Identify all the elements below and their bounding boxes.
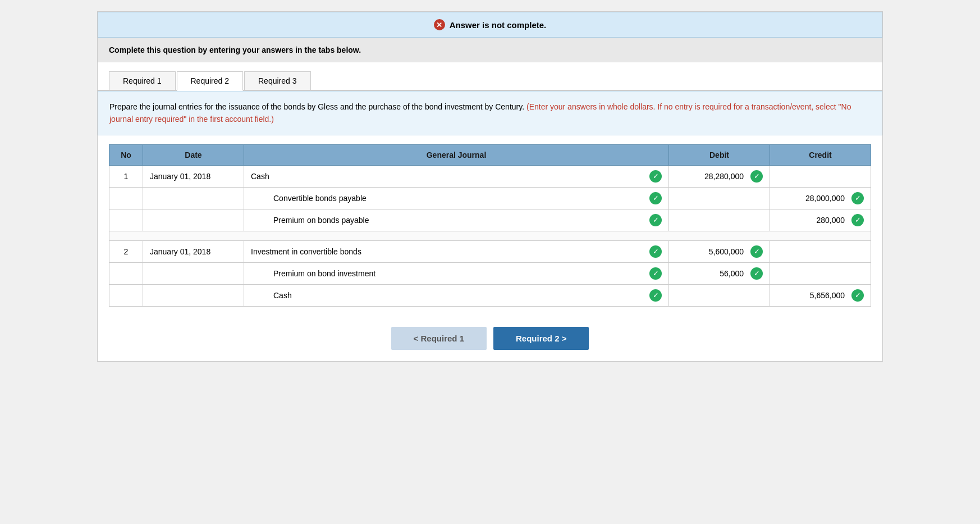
instructions-bar: Complete this question by entering your … <box>98 38 882 62</box>
tab-required-3[interactable]: Required 3 <box>244 71 311 90</box>
row-debit <box>669 187 770 209</box>
tabs-section: Required 1 Required 2 Required 3 <box>98 62 882 91</box>
header-no: No <box>109 144 143 165</box>
check-icon: ✓ <box>649 192 662 204</box>
row-journal: Cash ✓ <box>244 165 669 187</box>
header-debit: Debit <box>669 144 770 165</box>
table-row: Convertible bonds payable ✓ 28,000,000 ✓ <box>109 187 871 209</box>
check-icon: ✓ <box>750 245 763 258</box>
tab-required-1[interactable]: Required 1 <box>109 71 176 90</box>
error-icon: ✕ <box>434 19 445 30</box>
next-button[interactable]: Required 2 > <box>493 327 589 350</box>
prev-button[interactable]: < Required 1 <box>391 327 487 350</box>
journal-table: No Date General Journal Debit Credit 1 J… <box>109 144 871 307</box>
description-box: Prepare the journal entries for the issu… <box>98 91 882 135</box>
footer-buttons: < Required 1 Required 2 > <box>98 318 882 361</box>
row-debit <box>669 284 770 306</box>
main-container: ✕ Answer is not complete. Complete this … <box>97 11 883 362</box>
row-no <box>109 284 143 306</box>
table-row: Premium on bonds payable ✓ 280,000 ✓ <box>109 209 871 231</box>
row-debit: 56,000 ✓ <box>669 262 770 284</box>
check-icon: ✓ <box>750 170 763 183</box>
check-icon: ✓ <box>649 289 662 302</box>
row-journal: Investment in convertible bonds ✓ <box>244 240 669 262</box>
check-icon: ✓ <box>649 170 662 183</box>
header-date: Date <box>143 144 244 165</box>
row-credit: 28,000,000 ✓ <box>770 187 871 209</box>
row-journal: Premium on bonds payable ✓ <box>244 209 669 231</box>
tab-required-2[interactable]: Required 2 <box>177 71 244 91</box>
check-icon: ✓ <box>750 267 763 280</box>
row-credit <box>770 240 871 262</box>
table-row: Premium on bond investment ✓ 56,000 ✓ <box>109 262 871 284</box>
row-date <box>143 209 244 231</box>
row-date: January 01, 2018 <box>143 240 244 262</box>
alert-bar: ✕ Answer is not complete. <box>98 12 882 38</box>
tabs-row: Required 1 Required 2 Required 3 <box>109 71 871 90</box>
check-icon: ✓ <box>649 214 662 226</box>
check-icon: ✓ <box>851 289 864 302</box>
header-credit: Credit <box>770 144 871 165</box>
row-no <box>109 262 143 284</box>
check-icon: ✓ <box>649 245 662 258</box>
row-no: 2 <box>109 240 143 262</box>
row-date <box>143 262 244 284</box>
check-icon: ✓ <box>851 214 864 226</box>
row-no: 1 <box>109 165 143 187</box>
alert-message: Answer is not complete. <box>450 20 547 30</box>
check-icon: ✓ <box>649 267 662 280</box>
row-debit <box>669 209 770 231</box>
row-credit: 280,000 ✓ <box>770 209 871 231</box>
row-date <box>143 284 244 306</box>
row-credit <box>770 165 871 187</box>
row-date: January 01, 2018 <box>143 165 244 187</box>
check-icon: ✓ <box>851 192 864 204</box>
row-debit: 28,280,000 ✓ <box>669 165 770 187</box>
row-no <box>109 187 143 209</box>
row-date <box>143 187 244 209</box>
row-journal: Premium on bond investment ✓ <box>244 262 669 284</box>
table-row: 2 January 01, 2018 Investment in convert… <box>109 240 871 262</box>
row-credit <box>770 262 871 284</box>
table-row: Cash ✓ 5,656,000 ✓ <box>109 284 871 306</box>
row-credit: 5,656,000 ✓ <box>770 284 871 306</box>
table-section: No Date General Journal Debit Credit 1 J… <box>98 144 882 318</box>
row-journal: Cash ✓ <box>244 284 669 306</box>
row-journal: Convertible bonds payable ✓ <box>244 187 669 209</box>
table-row: 1 January 01, 2018 Cash ✓ 28,280,000 ✓ <box>109 165 871 187</box>
instructions-text: Complete this question by entering your … <box>109 45 361 54</box>
row-no <box>109 209 143 231</box>
separator-row <box>109 231 871 240</box>
row-debit: 5,600,000 ✓ <box>669 240 770 262</box>
header-journal: General Journal <box>244 144 669 165</box>
description-normal: Prepare the journal entries for the issu… <box>109 102 526 111</box>
